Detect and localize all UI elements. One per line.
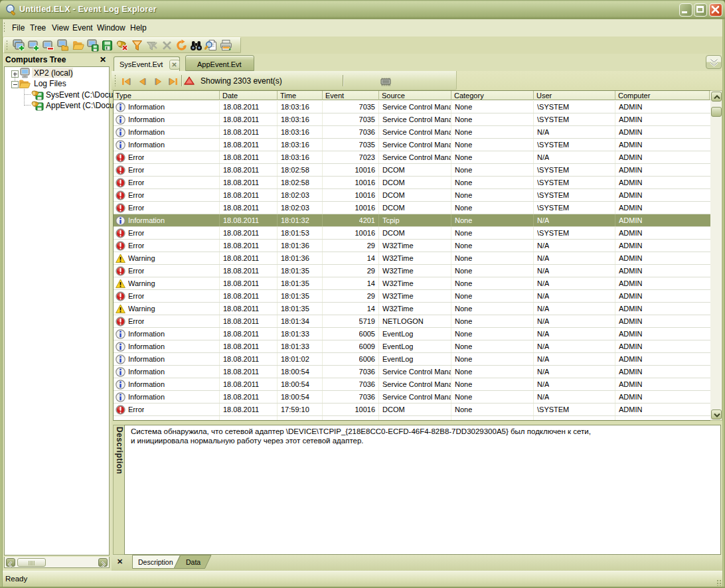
svg-text:Data: Data xyxy=(186,558,201,566)
svg-text:Description: Description xyxy=(138,558,173,566)
